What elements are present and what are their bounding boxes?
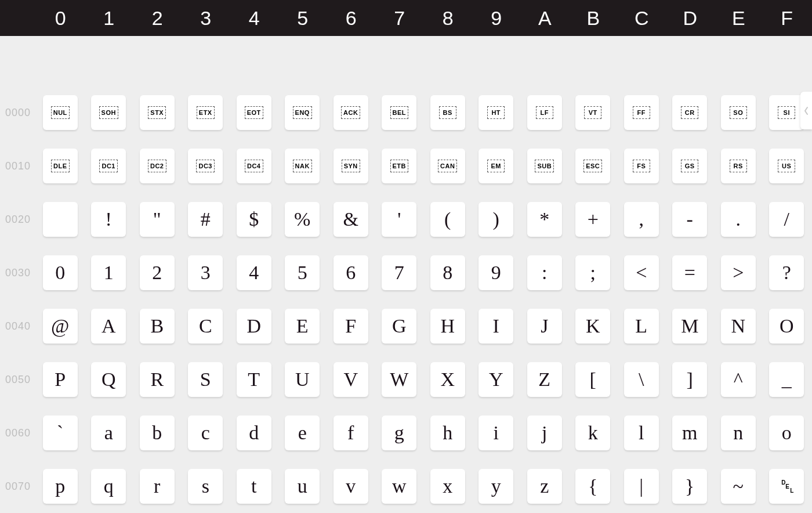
glyph-cell[interactable]: 4 — [237, 255, 271, 290]
glyph-cell[interactable]: ETB — [382, 149, 416, 183]
glyph-cell[interactable]: VT — [575, 95, 610, 130]
glyph-cell[interactable]: M — [672, 309, 707, 344]
glyph-cell[interactable]: BS — [430, 95, 465, 130]
glyph-cell[interactable]: DLE — [43, 149, 78, 183]
glyph-cell[interactable]: ; — [575, 255, 610, 290]
glyph-cell[interactable]: + — [575, 202, 610, 237]
glyph-cell[interactable]: T — [237, 362, 271, 397]
glyph-cell[interactable]: f — [334, 416, 368, 450]
glyph-cell[interactable]: y — [478, 469, 513, 504]
glyph-cell[interactable]: s — [188, 469, 223, 504]
glyph-cell[interactable]: \ — [624, 362, 659, 397]
glyph-cell[interactable]: w — [382, 469, 416, 504]
glyph-cell[interactable]: S — [188, 362, 223, 397]
glyph-cell[interactable]: H — [430, 309, 465, 344]
glyph-cell[interactable]: V — [334, 362, 368, 397]
glyph-cell[interactable]: ACK — [334, 95, 368, 130]
glyph-cell[interactable] — [43, 202, 78, 237]
glyph-cell[interactable]: < — [624, 255, 659, 290]
glyph-cell[interactable]: = — [672, 255, 707, 290]
glyph-cell[interactable]: > — [721, 255, 756, 290]
glyph-cell[interactable]: 5 — [285, 255, 320, 290]
glyph-cell[interactable]: G — [382, 309, 416, 344]
glyph-cell[interactable]: B — [140, 309, 175, 344]
glyph-cell[interactable]: _ — [769, 362, 804, 397]
glyph-cell[interactable]: * — [527, 202, 562, 237]
glyph-cell[interactable]: LF — [527, 95, 562, 130]
glyph-cell[interactable]: 2 — [140, 255, 175, 290]
glyph-cell[interactable]: a — [91, 416, 126, 450]
glyph-cell[interactable]: 8 — [430, 255, 465, 290]
glyph-cell[interactable]: US — [769, 149, 804, 183]
expand-panel-button[interactable] — [800, 92, 812, 129]
glyph-cell[interactable]: SOH — [91, 95, 126, 130]
glyph-cell[interactable]: NUL — [43, 95, 78, 130]
glyph-cell[interactable]: " — [140, 202, 175, 237]
glyph-cell[interactable]: DEL — [769, 469, 804, 504]
glyph-cell[interactable]: n — [721, 416, 756, 450]
glyph-cell[interactable]: d — [237, 416, 271, 450]
glyph-cell[interactable]: SYN — [334, 149, 368, 183]
glyph-cell[interactable]: SUB — [527, 149, 562, 183]
glyph-cell[interactable]: } — [672, 469, 707, 504]
glyph-cell[interactable]: - — [672, 202, 707, 237]
glyph-cell[interactable]: STX — [140, 95, 175, 130]
glyph-cell[interactable]: F — [334, 309, 368, 344]
glyph-cell[interactable]: o — [769, 416, 804, 450]
glyph-cell[interactable]: 0 — [43, 255, 78, 290]
glyph-cell[interactable]: g — [382, 416, 416, 450]
glyph-cell[interactable]: k — [575, 416, 610, 450]
glyph-cell[interactable]: u — [285, 469, 320, 504]
glyph-cell[interactable]: W — [382, 362, 416, 397]
glyph-cell[interactable]: ` — [43, 416, 78, 450]
glyph-cell[interactable]: e — [285, 416, 320, 450]
glyph-cell[interactable]: [ — [575, 362, 610, 397]
glyph-cell[interactable]: & — [334, 202, 368, 237]
glyph-cell[interactable]: NAK — [285, 149, 320, 183]
glyph-cell[interactable]: A — [91, 309, 126, 344]
glyph-cell[interactable]: P — [43, 362, 78, 397]
glyph-cell[interactable]: # — [188, 202, 223, 237]
glyph-cell[interactable]: CR — [672, 95, 707, 130]
glyph-cell[interactable]: { — [575, 469, 610, 504]
glyph-cell[interactable]: c — [188, 416, 223, 450]
glyph-cell[interactable]: v — [334, 469, 368, 504]
glyph-cell[interactable]: ETX — [188, 95, 223, 130]
glyph-cell[interactable]: t — [237, 469, 271, 504]
glyph-cell[interactable]: SO — [721, 95, 756, 130]
glyph-cell[interactable]: 7 — [382, 255, 416, 290]
glyph-cell[interactable]: ) — [478, 202, 513, 237]
glyph-cell[interactable]: EOT — [237, 95, 271, 130]
glyph-cell[interactable]: . — [721, 202, 756, 237]
glyph-cell[interactable]: q — [91, 469, 126, 504]
glyph-cell[interactable]: ^ — [721, 362, 756, 397]
glyph-cell[interactable]: j — [527, 416, 562, 450]
glyph-cell[interactable]: 9 — [478, 255, 513, 290]
glyph-cell[interactable]: X — [430, 362, 465, 397]
glyph-cell[interactable]: K — [575, 309, 610, 344]
glyph-cell[interactable]: ' — [382, 202, 416, 237]
glyph-cell[interactable]: I — [478, 309, 513, 344]
glyph-cell[interactable]: U — [285, 362, 320, 397]
glyph-cell[interactable]: DC3 — [188, 149, 223, 183]
glyph-cell[interactable]: GS — [672, 149, 707, 183]
glyph-cell[interactable]: BEL — [382, 95, 416, 130]
glyph-cell[interactable]: C — [188, 309, 223, 344]
glyph-cell[interactable]: ! — [91, 202, 126, 237]
glyph-cell[interactable]: ENQ — [285, 95, 320, 130]
glyph-cell[interactable]: h — [430, 416, 465, 450]
glyph-cell[interactable]: L — [624, 309, 659, 344]
glyph-cell[interactable]: EM — [478, 149, 513, 183]
glyph-cell[interactable]: CAN — [430, 149, 465, 183]
glyph-cell[interactable]: r — [140, 469, 175, 504]
glyph-cell[interactable]: p — [43, 469, 78, 504]
glyph-cell[interactable]: / — [769, 202, 804, 237]
glyph-cell[interactable]: D — [237, 309, 271, 344]
glyph-cell[interactable]: E — [285, 309, 320, 344]
glyph-cell[interactable]: m — [672, 416, 707, 450]
glyph-cell[interactable]: $ — [237, 202, 271, 237]
glyph-cell[interactable]: z — [527, 469, 562, 504]
glyph-cell[interactable]: J — [527, 309, 562, 344]
glyph-cell[interactable]: | — [624, 469, 659, 504]
glyph-cell[interactable]: , — [624, 202, 659, 237]
